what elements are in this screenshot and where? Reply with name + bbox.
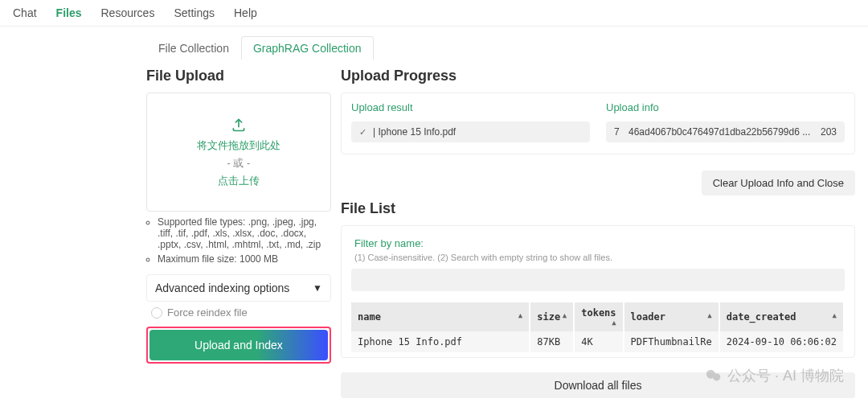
download-all-button[interactable]: Download all files: [341, 372, 855, 398]
filter-hint: (1) Case-insensitive. (2) Search with em…: [354, 253, 845, 262]
upload-result-file: | Iphone 15 Info.pdf: [373, 126, 456, 138]
upload-progress-panel: Upload result ✓ | Iphone 15 Info.pdf Upl…: [341, 93, 855, 154]
upload-result-bar: ✓ | Iphone 15 Info.pdf: [351, 121, 590, 142]
th-tokens[interactable]: tokens▲: [574, 302, 623, 331]
top-nav: Chat Files Resources Settings Help: [0, 0, 868, 27]
nav-help[interactable]: Help: [234, 6, 257, 19]
cell-date: 2024-09-10 06:06:02: [719, 331, 844, 352]
drop-text-2: 点击上传: [218, 174, 260, 188]
upload-info-label: Upload info: [606, 101, 845, 113]
sort-icon: ▲: [707, 311, 711, 319]
th-loader[interactable]: loader▲: [624, 302, 719, 331]
cell-tokens: 4K: [574, 331, 623, 352]
check-icon: ✓: [359, 127, 366, 138]
drop-text-1: 将文件拖放到此处: [197, 138, 280, 153]
filter-input[interactable]: [351, 269, 845, 291]
force-reindex-row[interactable]: Force reindex file: [151, 306, 331, 319]
table-row[interactable]: Iphone 15 Info.pdf 87KB 4K PDFThumbnailR…: [351, 331, 844, 352]
file-upload-title: File Upload: [146, 68, 331, 84]
advanced-label: Advanced indexing options: [155, 282, 289, 294]
upload-hints: Supported file types: .png, .jpeg, .jpg,…: [146, 216, 331, 265]
sort-icon: ▲: [518, 311, 522, 319]
sort-icon: ▲: [612, 319, 616, 327]
caret-down-icon: ▼: [313, 282, 322, 294]
filter-label: Filter by name:: [354, 237, 845, 249]
cell-loader: PDFThumbnailRe: [624, 331, 719, 352]
advanced-indexing-toggle[interactable]: Advanced indexing options ▼: [146, 274, 331, 302]
upload-info-n2: 203: [821, 126, 837, 138]
th-name[interactable]: name▲: [351, 302, 530, 331]
file-table: name▲ size▲ tokens▲ loader▲ date_created…: [351, 302, 845, 352]
nav-resources[interactable]: Resources: [100, 6, 154, 19]
drop-or: - 或 -: [227, 156, 251, 171]
hint-types: Supported file types: .png, .jpeg, .jpg,…: [158, 216, 331, 250]
sort-icon: ▲: [833, 311, 837, 319]
clear-upload-info-button[interactable]: Clear Upload Info and Close: [702, 171, 855, 195]
upload-progress-title: Upload Progress: [341, 68, 855, 84]
upload-dropzone[interactable]: 将文件拖放到此处 - 或 - 点击上传: [146, 93, 331, 212]
nav-files[interactable]: Files: [56, 6, 82, 19]
sort-icon: ▲: [563, 311, 567, 319]
force-reindex-checkbox[interactable]: [151, 307, 162, 319]
upload-icon: [231, 117, 247, 135]
file-list-panel: Filter by name: (1) Case-insensitive. (2…: [341, 225, 855, 358]
upload-info-n1: 7: [614, 126, 622, 138]
upload-info-bar: 7 46ad4067b0c476497d1dba22b56799d6 ... 2…: [606, 121, 845, 142]
upload-button-highlight: Upload and Index: [146, 327, 331, 364]
hint-size: Maximum file size: 1000 MB: [158, 253, 331, 265]
upload-info-hash: 46ad4067b0c476497d1dba22b56799d6 ...: [628, 126, 814, 138]
cell-name: Iphone 15 Info.pdf: [351, 331, 530, 352]
table-header-row: name▲ size▲ tokens▲ loader▲ date_created…: [351, 302, 844, 331]
force-reindex-label: Force reindex file: [167, 306, 248, 319]
tab-graphrag-collection[interactable]: GraphRAG Collection: [241, 36, 374, 60]
upload-and-index-button[interactable]: Upload and Index: [149, 330, 328, 360]
nav-chat[interactable]: Chat: [13, 6, 37, 19]
nav-settings[interactable]: Settings: [174, 6, 215, 19]
upload-result-label: Upload result: [351, 101, 590, 113]
tab-file-collection[interactable]: File Collection: [146, 36, 241, 60]
cell-size: 87KB: [530, 331, 574, 352]
th-size[interactable]: size▲: [530, 302, 574, 331]
file-list-title: File List: [341, 200, 855, 217]
collection-tabs: File Collection GraphRAG Collection: [146, 36, 868, 60]
th-date[interactable]: date_created▲: [719, 302, 844, 331]
